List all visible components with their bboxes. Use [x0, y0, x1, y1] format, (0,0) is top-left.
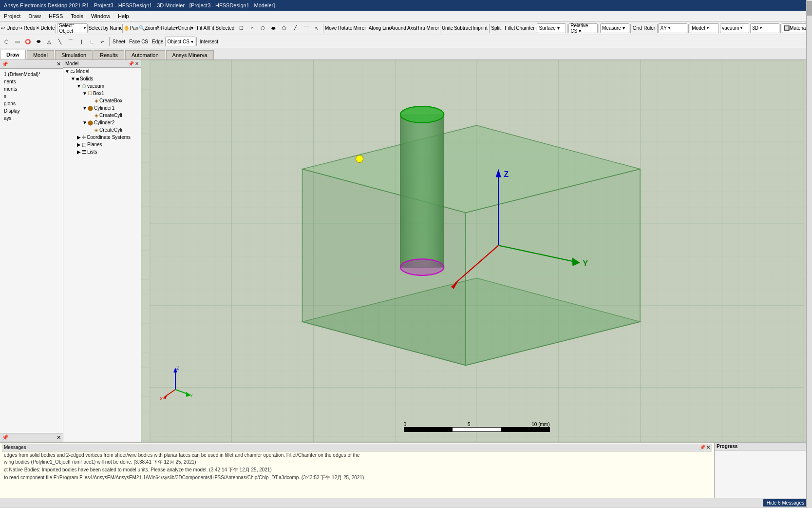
chamfer-button[interactable]: Chamfer: [516, 23, 534, 34]
left-panel-2-pin[interactable]: 📌: [2, 434, 9, 441]
along-line-button[interactable]: Along Line: [369, 23, 391, 34]
createcyl2-icon: ◈: [94, 127, 98, 133]
tree-node-cylinder1[interactable]: ▼ ⬤ Cylinder1: [63, 104, 141, 112]
draw-r2-8[interactable]: ∫: [76, 36, 87, 47]
surface-dropdown[interactable]: Surface ▾: [537, 23, 566, 33]
select-object-dropdown[interactable]: Select: Object ▾: [57, 23, 88, 33]
log-panel-close[interactable]: ✕: [706, 445, 710, 450]
zoom-button[interactable]: 🔍 Zoom: [139, 23, 157, 34]
log-panel-pin[interactable]: 📌: [699, 445, 705, 450]
subtract-button[interactable]: Subtract: [454, 23, 472, 34]
menu-project[interactable]: Project: [0, 12, 24, 20]
orient-button[interactable]: Orient▾: [177, 23, 194, 34]
tree-node-createbox[interactable]: ◈ CreateBox: [63, 97, 141, 104]
tab-model[interactable]: Model: [27, 50, 54, 59]
sheet-button[interactable]: Sheet: [111, 36, 127, 47]
vacuum-dropdown[interactable]: vacuum ▾: [720, 23, 749, 33]
unite-button[interactable]: Unite: [441, 23, 454, 34]
menu-draw[interactable]: Draw: [24, 12, 45, 20]
face-cs-button[interactable]: Face CS: [127, 36, 150, 47]
menu-help[interactable]: Help: [114, 12, 133, 20]
thru-mirror-button[interactable]: Thru Mirror: [415, 23, 438, 34]
rotate-tool-button[interactable]: Rotate: [338, 23, 353, 34]
left-panel-close[interactable]: ✕: [57, 61, 61, 67]
lp-driven-modal[interactable]: 1 (DrivenModal)*: [2, 71, 61, 78]
tree-panel-pin[interactable]: 📌: [128, 61, 134, 66]
left-panel-pin[interactable]: 📌: [2, 61, 8, 67]
draw-r2-10[interactable]: ⌐: [97, 36, 108, 47]
draw-r2-6[interactable]: ╲: [55, 36, 65, 47]
ruler-button[interactable]: Ruler: [643, 23, 656, 34]
draw-r2-4[interactable]: ⬬: [33, 36, 44, 47]
object-cs-dropdown[interactable]: Object CS ▾: [165, 37, 195, 46]
measure-dropdown[interactable]: Measure ▾: [600, 23, 629, 33]
undo-button[interactable]: ↩ Undo: [1, 23, 18, 34]
tab-ansys-minerva[interactable]: Ansys Minerva: [166, 50, 214, 59]
cylinder-tool[interactable]: ⬡: [258, 23, 268, 34]
delete-button[interactable]: ✕ Delete: [36, 23, 55, 34]
intersect-button[interactable]: Intersect: [198, 36, 220, 47]
sep-5: [235, 24, 235, 33]
units-dropdown[interactable]: 3D ▾: [750, 23, 779, 33]
draw-r2-3[interactable]: ⭕: [22, 36, 33, 47]
viewport[interactable]: Z Y Z: [141, 60, 812, 442]
tab-simulation[interactable]: Simulation: [55, 50, 93, 59]
line-tool[interactable]: ╱: [290, 23, 301, 34]
tree-node-lists[interactable]: ▶ ☰ Lists: [63, 148, 141, 156]
menu-window[interactable]: Window: [87, 12, 114, 20]
model-dropdown[interactable]: Model ▾: [690, 23, 719, 33]
lp-ays[interactable]: ays: [2, 115, 61, 122]
tree-node-cylinder2[interactable]: ▼ ⬤ Cylinder2: [63, 119, 141, 126]
poly-tool[interactable]: ⬠: [279, 23, 290, 34]
fit-selected-button[interactable]: Fit Selected: [209, 23, 234, 34]
ellipse-tool[interactable]: ⬬: [268, 23, 279, 34]
menu-tools[interactable]: Tools: [67, 12, 87, 20]
toolbar-area: ↩ Undo ↪ Redo ✕ Delete Select: Object ▾ …: [0, 21, 812, 48]
around-axis-button[interactable]: Around Axis: [391, 23, 415, 34]
spline-tool[interactable]: ∿: [311, 23, 322, 34]
tab-results[interactable]: Results: [94, 50, 124, 59]
draw-r2-7[interactable]: ⌒: [65, 36, 76, 47]
pan-button[interactable]: ✋ Pan: [123, 23, 139, 34]
xy-dropdown[interactable]: XY ▾: [658, 23, 687, 33]
lp-display[interactable]: Display: [2, 107, 61, 115]
lp-gions[interactable]: gions: [2, 100, 61, 107]
lp-ments[interactable]: ments: [2, 85, 61, 93]
grid-button[interactable]: Grid: [632, 23, 643, 34]
imprint-button[interactable]: Imprint: [472, 23, 488, 34]
tree-node-createcyl2[interactable]: ◈ CreateCyli: [63, 126, 141, 134]
mirror-button[interactable]: Mirror: [353, 23, 367, 34]
tree-node-createcyl1[interactable]: ◈ CreateCyli: [63, 112, 141, 119]
draw-r2-9[interactable]: ∟: [87, 36, 97, 47]
edge-button[interactable]: Edge: [150, 36, 165, 47]
fillet-button[interactable]: Fillet: [504, 23, 516, 34]
chevron-down-icon: ▾: [707, 26, 709, 30]
fit-all-button[interactable]: Fit All: [196, 23, 209, 34]
box-tool[interactable]: ☐: [236, 23, 247, 34]
split-button[interactable]: Split: [490, 23, 501, 34]
left-panel-2-close[interactable]: ✕: [57, 434, 61, 441]
tree-node-coord-systems[interactable]: ▶ ✛ Coordinate Systems: [63, 134, 141, 141]
relative-cs-dropdown[interactable]: Relative CS ▾: [568, 23, 598, 33]
move-button[interactable]: Move: [324, 23, 338, 34]
draw-r2-1[interactable]: ⬡: [1, 36, 12, 47]
tree-node-vacuum[interactable]: ▼ ⬡ vacuum: [63, 82, 141, 90]
tree-node-planes[interactable]: ▶ ⬚ Planes: [63, 141, 141, 148]
arc-tool[interactable]: ⌒: [301, 23, 311, 34]
select-by-name-button[interactable]: Select by Name: [90, 23, 121, 34]
tree-node-model[interactable]: ▼ 🗂 Model: [63, 68, 141, 75]
hide-messages-button[interactable]: Hide 6 Messages: [763, 499, 808, 507]
redo-button[interactable]: ↪ Redo: [18, 23, 35, 34]
tab-automation[interactable]: Automation: [125, 50, 165, 59]
tree-panel-close[interactable]: ✕: [135, 61, 139, 66]
draw-r2-5[interactable]: △: [44, 36, 55, 47]
menu-hfss[interactable]: HFSS: [45, 12, 67, 20]
circle-tool[interactable]: ○: [247, 23, 258, 34]
tree-node-box1[interactable]: ▼ ☐ Box1: [63, 90, 141, 97]
lp-s[interactable]: s: [2, 93, 61, 100]
lp-components[interactable]: nents: [2, 78, 61, 85]
tree-node-solids[interactable]: ▼ ■ Solids: [63, 75, 141, 82]
rotate-button[interactable]: ↻ Rotate▾: [157, 23, 178, 34]
tab-draw[interactable]: Draw: [0, 50, 26, 59]
draw-r2-2[interactable]: ▭: [12, 36, 22, 47]
